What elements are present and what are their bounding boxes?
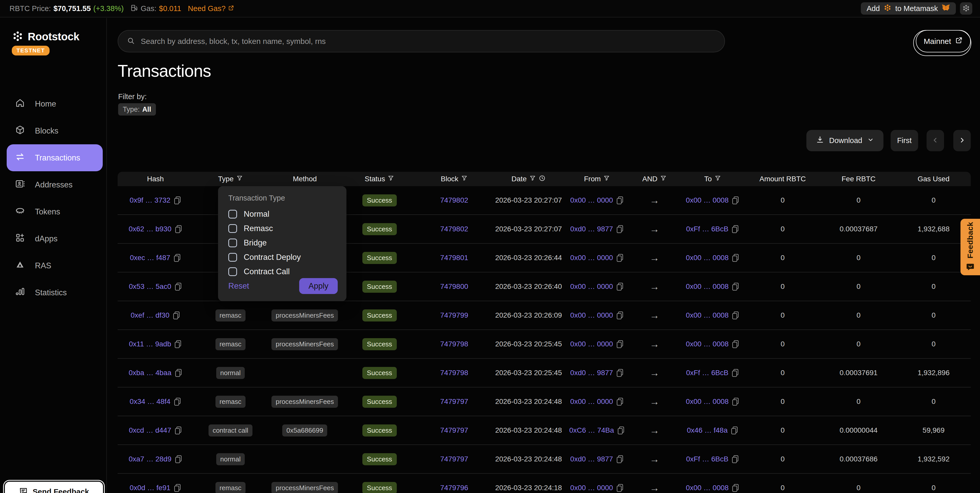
filter-funnel-icon[interactable] [714, 175, 721, 183]
from-address-link[interactable]: 0xd0 … 9877 [570, 455, 613, 463]
filter-option-bridge[interactable]: Bridge [228, 236, 336, 250]
copy-icon[interactable] [173, 311, 180, 320]
tx-hash-link[interactable]: 0xba … 4baa [129, 369, 172, 377]
copy-icon[interactable] [732, 282, 739, 291]
filter-option-normal[interactable]: Normal [228, 207, 336, 221]
column-header-to[interactable]: To [681, 175, 745, 183]
filter-funnel-icon[interactable] [660, 175, 667, 183]
copy-icon[interactable] [732, 196, 739, 205]
to-address-link[interactable]: 0x00 … 0008 [686, 196, 729, 204]
from-address-link[interactable]: 0x00 … 0000 [570, 484, 613, 492]
filter-funnel-icon[interactable] [388, 175, 394, 183]
column-header-and[interactable]: AND [628, 175, 681, 183]
block-link[interactable]: 7479798 [440, 369, 468, 377]
filter-funnel-icon[interactable] [529, 175, 536, 183]
copy-icon[interactable] [732, 254, 739, 262]
copy-icon[interactable] [174, 426, 182, 435]
tx-hash-link[interactable]: 0xcd … d447 [129, 426, 171, 434]
copy-icon[interactable] [616, 455, 624, 463]
sidebar-item-transactions[interactable]: Transactions [0, 144, 107, 171]
sidebar-item-ras[interactable]: RAS [0, 252, 107, 279]
copy-icon[interactable] [174, 282, 182, 291]
from-address-link[interactable]: 0xd0 … 9877 [570, 225, 613, 233]
tx-hash-link[interactable]: 0x0d … fe91 [130, 484, 170, 492]
copy-icon[interactable] [732, 398, 739, 406]
copy-icon[interactable] [732, 311, 739, 320]
checkbox-unchecked[interactable] [228, 210, 237, 218]
block-link[interactable]: 7479802 [440, 225, 468, 233]
copy-icon[interactable] [616, 282, 624, 291]
block-link[interactable]: 7479797 [440, 455, 468, 463]
copy-icon[interactable] [173, 398, 181, 406]
column-header-status[interactable]: Status [342, 175, 417, 183]
from-address-link[interactable]: 0x00 … 0000 [570, 282, 613, 291]
tx-hash-link[interactable]: 0x62 … b930 [129, 225, 172, 233]
to-address-link[interactable]: 0x00 … 0008 [686, 484, 729, 492]
rootstock-widget-button[interactable] [960, 2, 972, 14]
to-address-link[interactable]: 0x00 … 0008 [686, 340, 729, 348]
send-feedback-button[interactable]: Send Feedback [5, 482, 103, 493]
tx-hash-link[interactable]: 0xef … df30 [131, 311, 170, 320]
tx-hash-link[interactable]: 0x34 … 48f4 [130, 398, 170, 406]
copy-icon[interactable] [173, 254, 181, 262]
copy-icon[interactable] [732, 369, 739, 377]
sidebar-item-home[interactable]: Home [0, 91, 107, 117]
feedback-tab[interactable]: Feedback [961, 219, 980, 275]
to-address-link[interactable]: 0xFf … 6BcB [686, 369, 728, 377]
to-address-link[interactable]: 0x00 … 0008 [686, 311, 729, 320]
to-address-link[interactable]: 0xFf … 6BcB [686, 225, 728, 233]
block-link[interactable]: 7479802 [440, 196, 468, 204]
block-link[interactable]: 7479797 [440, 426, 468, 434]
copy-icon[interactable] [616, 311, 624, 320]
block-link[interactable]: 7479796 [440, 484, 468, 492]
copy-icon[interactable] [175, 455, 182, 463]
to-address-link[interactable]: 0x00 … 0008 [686, 254, 729, 262]
filter-option-contract-deploy[interactable]: Contract Deploy [228, 250, 336, 264]
filter-funnel-icon[interactable] [461, 175, 468, 183]
reset-button[interactable]: Reset [228, 281, 249, 291]
next-page-button[interactable] [953, 130, 971, 151]
sidebar-item-tokens[interactable]: Tokens [0, 198, 107, 225]
filter-option-remasc[interactable]: Remasc [228, 221, 336, 236]
to-address-link[interactable]: 0x00 … 0008 [686, 398, 729, 406]
column-header-type[interactable]: Type [193, 175, 267, 183]
type-filter-chip[interactable]: Type: All [118, 103, 156, 116]
copy-icon[interactable] [616, 196, 624, 205]
from-address-link[interactable]: 0xd0 … 9877 [570, 369, 613, 377]
column-header-date[interactable]: Date [491, 175, 566, 184]
copy-icon[interactable] [616, 225, 624, 234]
block-link[interactable]: 7479800 [440, 282, 468, 291]
brand[interactable]: Rootstock [0, 18, 106, 43]
copy-icon[interactable] [616, 369, 624, 377]
checkbox-unchecked[interactable] [228, 267, 237, 276]
search-input[interactable] [141, 37, 716, 46]
copy-icon[interactable] [173, 484, 181, 492]
copy-icon[interactable] [174, 340, 182, 348]
sidebar-item-blocks[interactable]: Blocks [0, 117, 107, 144]
copy-icon[interactable] [175, 369, 182, 377]
prev-page-button[interactable] [927, 130, 944, 151]
from-address-link[interactable]: 0x00 … 0000 [570, 196, 613, 204]
filter-funnel-icon[interactable] [236, 175, 243, 183]
from-address-link[interactable]: 0x00 … 0000 [570, 254, 613, 262]
sidebar-item-dapps[interactable]: dApps [0, 225, 107, 252]
from-address-link[interactable]: 0xC6 … 74Ba [569, 426, 614, 434]
checkbox-unchecked[interactable] [228, 253, 237, 262]
copy-icon[interactable] [732, 455, 739, 463]
apply-button[interactable]: Apply [299, 278, 338, 294]
copy-icon[interactable] [616, 340, 624, 348]
copy-icon[interactable] [732, 484, 739, 492]
clock-icon[interactable] [539, 175, 546, 184]
tx-hash-link[interactable]: 0x53 … 5ac0 [129, 282, 171, 291]
block-link[interactable]: 7479798 [440, 340, 468, 348]
to-address-link[interactable]: 0x46 … f48a [687, 426, 727, 434]
to-address-link[interactable]: 0x00 … 0008 [686, 282, 729, 291]
need-gas-link[interactable]: Need Gas? [188, 4, 234, 13]
copy-icon[interactable] [616, 398, 624, 406]
mainnet-switch-button[interactable]: Mainnet [916, 30, 971, 52]
sidebar-item-addresses[interactable]: Addresses [0, 171, 107, 198]
download-button[interactable]: Download [807, 130, 883, 151]
block-link[interactable]: 7479797 [440, 398, 468, 406]
to-address-link[interactable]: 0xFf … 6BcB [686, 455, 728, 463]
tx-hash-link[interactable]: 0x11 … 9adb [129, 340, 171, 348]
